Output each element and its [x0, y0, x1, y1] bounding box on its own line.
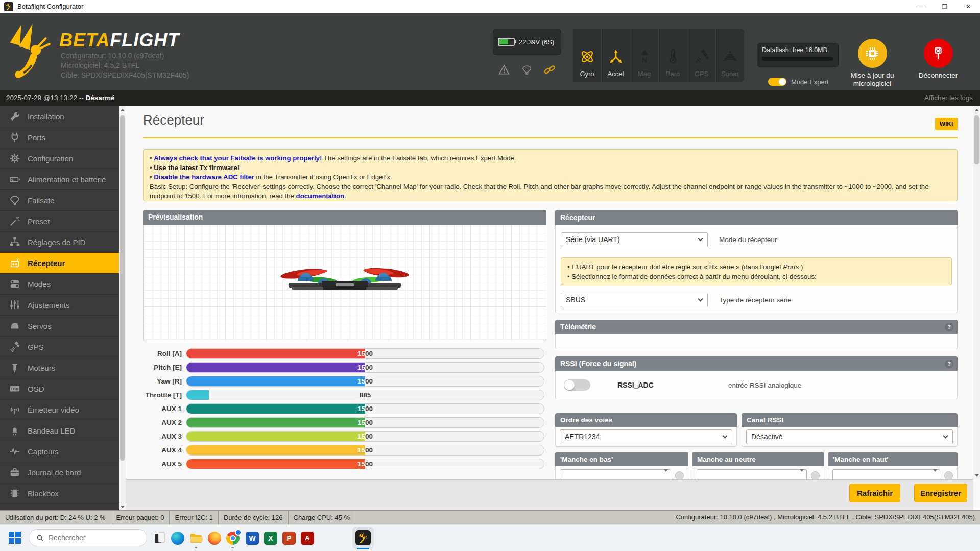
sidebar-item[interactable]: Moteurs [0, 357, 119, 378]
minimize-button[interactable]: — [910, 0, 933, 13]
close-button[interactable]: ✕ [957, 0, 980, 13]
chevron-down-icon [698, 297, 703, 302]
expert-mode-toggle[interactable] [768, 78, 786, 86]
acrobat-icon[interactable]: A [301, 532, 314, 545]
motor-icon [9, 362, 20, 373]
sensor-label: Gyro [580, 70, 594, 78]
blackbox-icon [9, 488, 20, 499]
chrome-icon[interactable] [226, 532, 240, 545]
firmware-flasher-button[interactable]: Mise à jour du micrologiciel [839, 39, 905, 88]
serial-provider-select[interactable]: SBUS [561, 293, 708, 307]
rssi-channel-panel: Canal RSSI Désactivé [742, 413, 958, 447]
taskbar-search[interactable] [29, 529, 147, 546]
excel-icon[interactable]: X [264, 532, 277, 545]
channel-row: Yaw [R] 1500 1500 [139, 376, 547, 387]
content-scrollbar[interactable] [973, 106, 980, 479]
sidebar-item[interactable]: Alimentation et batterie [0, 169, 119, 190]
sonar-icon [722, 49, 738, 65]
baro-icon [665, 49, 681, 65]
content-scroll-thumb[interactable] [974, 115, 979, 164]
servo-icon [9, 320, 20, 331]
sidebar-item[interactable]: Configuration [0, 148, 119, 169]
link-icon [544, 64, 556, 78]
battery-icon [9, 174, 20, 185]
sidebar-item[interactable]: Failsafe [0, 190, 119, 211]
failsafe-parachute-icon [521, 64, 532, 77]
sidebar-item[interactable]: Modes [0, 274, 119, 295]
mag-icon: N [636, 49, 653, 65]
sidebar-item[interactable]: Journal de bord [0, 462, 119, 483]
sidebar-item-label: Réglages de PID [28, 238, 85, 247]
sidebar-item[interactable]: Réglages de PID [0, 232, 119, 253]
svg-text:OSD: OSD [11, 387, 18, 391]
header-status-icons [493, 60, 561, 81]
sliders-icon [9, 299, 20, 310]
sidebar-item[interactable]: OSD OSD [0, 378, 119, 399]
dataflash-summary: Dataflash: free 16.0MB [757, 43, 839, 67]
powerpoint-icon[interactable]: P [282, 532, 296, 545]
failsafe-warning-link[interactable]: Always check that your Failsafe is worki… [154, 154, 322, 162]
channel-bar-fill: 1500 [186, 404, 365, 414]
scroll-up-arrow[interactable] [973, 106, 980, 113]
search-icon [36, 534, 44, 542]
sidebar-item-label: OSD [28, 385, 44, 393]
disconnect-button[interactable]: Déconnecter [905, 39, 971, 80]
edge-icon[interactable] [171, 532, 184, 545]
file-explorer-icon[interactable] [189, 532, 203, 545]
sidebar-item[interactable]: Ports [0, 127, 119, 148]
model-preview-canvas[interactable] [143, 225, 546, 341]
search-input[interactable] [49, 534, 130, 542]
save-button[interactable]: Enregistrer [914, 484, 967, 502]
sidebar-item[interactable]: Bandeau LED [0, 420, 119, 441]
wiki-button[interactable]: WIKI [935, 118, 958, 130]
target-name: Cible: SPDX/SPEDIXF405(STM32F405) [61, 70, 189, 80]
sidebar-item[interactable]: Capteurs [0, 441, 119, 462]
antenna-icon [9, 404, 20, 415]
firefox-icon[interactable] [208, 532, 221, 545]
start-button[interactable] [8, 531, 21, 544]
betaflight-taskbar-active[interactable] [352, 527, 374, 548]
sensor-cell: Accel [602, 29, 630, 82]
task-view-icon[interactable] [153, 532, 166, 545]
sidebar-item[interactable]: Installation [0, 106, 119, 127]
receiver-panel-header: Récepteur [555, 210, 958, 225]
channel-map-select[interactable]: AETR1234 [560, 429, 732, 444]
word-icon[interactable]: W [246, 532, 259, 545]
sidebar-item[interactable]: Servos [0, 316, 119, 337]
receiver-mode-label: Mode du récepteur [719, 232, 777, 247]
documentation-link[interactable]: documentation [296, 192, 345, 200]
sidebar-item[interactable]: Émetteur vidéo [0, 399, 119, 420]
telemetry-panel: Télémétrie ? [555, 320, 958, 349]
rssi-adc-toggle[interactable] [564, 379, 590, 391]
armed-state: Désarmé [86, 94, 115, 102]
scroll-up-arrow[interactable] [119, 106, 126, 113]
restore-button[interactable]: ❐ [933, 0, 957, 13]
sidebar-scroll-thumb[interactable] [120, 115, 125, 461]
refresh-button[interactable]: Rafraîchir [849, 484, 900, 502]
sidebar-item[interactable]: Ajustements [0, 295, 119, 316]
scroll-down-arrow[interactable] [973, 472, 980, 479]
adc-filter-link[interactable]: Disable the hardware ADC filter [154, 173, 254, 181]
channel-label: Throttle [T] [139, 390, 182, 400]
sidebar-item[interactable]: GPS [0, 337, 119, 357]
wrench-icon [9, 111, 20, 122]
betaflight-hornet-logo [7, 19, 54, 83]
sidebar-item[interactable]: Blackbox [0, 483, 119, 504]
sidebar-item-label: Preset [28, 217, 50, 226]
sidebar-item[interactable]: Ligne de commande (CLI) [0, 504, 119, 510]
sidebar-item[interactable]: Preset [0, 211, 119, 232]
channel-row: AUX 3 1500 1500 [139, 431, 547, 442]
version-summary: Configurateur: 10.10.0 (c97deaf) , Micro… [676, 510, 975, 524]
scroll-down-arrow[interactable] [119, 503, 126, 510]
help-icon[interactable]: ? [945, 323, 953, 331]
sidebar-item[interactable]: Récepteur [0, 253, 119, 274]
gps-icon [694, 49, 710, 65]
channel-bar-fill: 1500 [186, 445, 365, 455]
receiver-mode-select[interactable]: Série (via UART) [561, 232, 708, 247]
rssi-channel-select[interactable]: Désactivé [746, 429, 953, 444]
show-logs-link[interactable]: Afficher les logs [924, 90, 973, 106]
sidebar-item-label: Installation [28, 112, 64, 121]
channel-bar-fill: 1500 [186, 349, 365, 358]
help-icon[interactable]: ? [945, 360, 953, 368]
sidebar-scrollbar[interactable] [119, 106, 126, 510]
